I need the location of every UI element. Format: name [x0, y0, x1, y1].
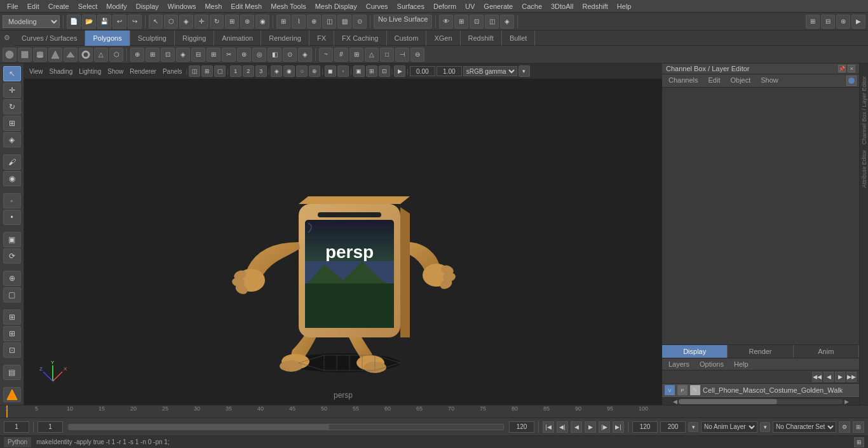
rotate-manip-left[interactable]: ⟳ [3, 248, 21, 264]
render-settings-btn[interactable]: ⊞ [806, 15, 820, 29]
sphere-btn[interactable] [3, 48, 17, 62]
bevel-btn[interactable]: ◈ [298, 48, 312, 62]
save-file-button[interactable]: 💾 [97, 15, 111, 29]
menu-select[interactable]: Select [74, 1, 102, 11]
viewport-grid-btn[interactable]: ⊞ [366, 65, 377, 77]
harden-edge-btn[interactable]: # [334, 48, 348, 62]
attr-editor-vertical-tab[interactable]: Attribute Editor [861, 150, 867, 188]
scrollbar-track[interactable] [679, 399, 843, 404]
layer-pencil-btn[interactable]: ✎ [690, 385, 700, 395]
scale-tool-btn[interactable]: ⊞ [225, 15, 239, 29]
select-tool-btn[interactable]: ↖ [149, 15, 163, 29]
no-anim-layer-selector[interactable]: No Anim Layer [701, 421, 757, 433]
menu-redshift[interactable]: Redshift [578, 1, 612, 11]
tab-redshift[interactable]: Redshift [461, 31, 502, 46]
menu-edit[interactable]: Edit [23, 1, 44, 11]
anim-settings-btn2[interactable]: ⊞ [853, 421, 864, 433]
snap-to-curve-btn[interactable]: ⌇ [292, 15, 306, 29]
layer-arrow-right[interactable]: ▶ [835, 372, 845, 382]
tab-gear-icon[interactable]: ⚙ [0, 31, 14, 46]
go-to-end-btn[interactable]: ▶| [613, 421, 624, 433]
workspace-selector[interactable]: Modeling [3, 15, 60, 28]
camera-btn5[interactable]: ◈ [500, 15, 514, 29]
scrollbar-thumb[interactable] [679, 399, 777, 404]
insert-loop-btn[interactable]: ⊟ [191, 48, 205, 62]
viewport-view-menu[interactable]: View [27, 68, 46, 75]
wedge-btn[interactable]: ◧ [268, 48, 281, 62]
menu-help[interactable]: Help [613, 1, 636, 11]
timeline-ruler[interactable]: 1 5 10 15 20 25 30 35 40 45 50 55 60 65 … [0, 405, 868, 417]
title-close-btn[interactable]: ✕ [848, 65, 855, 72]
playblast-btn[interactable]: ▶ [394, 65, 405, 77]
viewport-display-btn2[interactable]: 2 [243, 65, 254, 77]
multi-cut-btn[interactable]: ✂ [222, 48, 236, 62]
snap-to-point-btn[interactable]: ⊕ [307, 15, 321, 29]
plane-btn[interactable] [64, 48, 78, 62]
undo-button[interactable]: ↩ [112, 15, 126, 29]
anim-layer-arrow-btn[interactable]: ▾ [688, 422, 698, 432]
viewport-shad-btn2[interactable]: ◦ [337, 65, 349, 77]
viewport-field1[interactable] [410, 66, 435, 76]
viewport-shad-btn1[interactable]: ◼ [325, 65, 336, 77]
menu-display[interactable]: Display [132, 1, 163, 11]
viewport-smooth-btn[interactable]: ◉ [283, 65, 295, 77]
mascot-icon-left[interactable] [3, 387, 21, 402]
layer-arrow-left[interactable]: ◀ [824, 372, 834, 382]
make-live-btn[interactable]: ⊙ [353, 15, 367, 29]
redo-button[interactable]: ↪ [128, 15, 142, 29]
soften-edge-btn[interactable]: ~ [319, 48, 333, 62]
bridge-btn[interactable]: ⊞ [146, 48, 159, 62]
no-char-set-selector[interactable]: No Character Set [773, 421, 836, 433]
torus-btn[interactable] [79, 48, 93, 62]
paint-tool-left[interactable]: 🖌 [3, 154, 21, 170]
viewport-shading-menu[interactable]: Shading [47, 68, 76, 75]
viewport-panels-menu[interactable]: Panels [160, 68, 185, 75]
anim-settings-btn1[interactable]: ⚙ [839, 421, 850, 433]
grid-left[interactable]: ⊞ [3, 309, 21, 325]
camera-tool-left[interactable]: ⊕ [3, 271, 21, 286]
layers-tab-help[interactable]: Help [731, 360, 751, 369]
menu-windows[interactable]: Windows [163, 1, 201, 11]
menu-modify[interactable]: Modify [102, 1, 131, 11]
pyramid-btn[interactable]: ⬡ [109, 48, 123, 62]
menu-file[interactable]: File [3, 1, 23, 11]
menu-mesh[interactable]: Mesh [200, 1, 226, 11]
tab-rendering[interactable]: Rendering [261, 31, 309, 46]
snap-to-view-btn[interactable]: ▧ [337, 15, 351, 29]
dr-tab-display[interactable]: Display [662, 345, 728, 358]
ipr-btn[interactable]: ⊛ [836, 15, 850, 29]
viewport-hud-btn[interactable]: ⊡ [379, 65, 390, 77]
scroll-arrow-right[interactable]: ▶ [843, 398, 850, 405]
step-back-btn[interactable]: ◀| [557, 421, 568, 433]
tab-polygons[interactable]: Polygons [85, 31, 130, 46]
play-forward-btn[interactable]: ▶ [585, 421, 596, 433]
soft-mod-btn[interactable]: ◉ [255, 15, 269, 29]
layers-tab-options[interactable]: Options [697, 360, 726, 369]
tab-bullet[interactable]: Bullet [502, 31, 536, 46]
camera-btn2[interactable]: ⊞ [454, 15, 468, 29]
render-seq-btn[interactable]: ▶ [851, 15, 865, 29]
append-poly-btn[interactable]: ◈ [176, 48, 190, 62]
step-forward-btn[interactable]: |▶ [599, 421, 610, 433]
menu-cache[interactable]: Cache [517, 1, 546, 11]
menu-curves[interactable]: Curves [362, 1, 393, 11]
viewport-isolate-btn[interactable]: ⊕ [309, 65, 320, 77]
viewport-show-menu[interactable]: Show [105, 68, 126, 75]
layer-visibility-btn[interactable]: V [665, 385, 675, 395]
viewport-display-btn1[interactable]: 1 [230, 65, 241, 77]
tab-rigging[interactable]: Rigging [175, 31, 214, 46]
end-frame-field[interactable] [632, 421, 658, 433]
menu-mesh-tools[interactable]: Mesh Tools [266, 1, 310, 11]
move-tool-btn[interactable]: ✛ [194, 15, 208, 29]
extrude-btn[interactable]: ⊕ [130, 48, 144, 62]
resolution-gate-btn[interactable]: ▣ [353, 65, 365, 77]
viewport-cam-btn2[interactable]: ⊞ [201, 65, 213, 77]
soft-select-left[interactable]: ◉ [3, 171, 21, 186]
poke-btn[interactable]: ◎ [252, 48, 266, 62]
cb-tab-object[interactable]: Object [726, 76, 754, 86]
cb-tab-channels[interactable]: Channels [665, 76, 702, 86]
go-to-start-btn[interactable]: |◀ [543, 421, 554, 433]
lasso-select-btn[interactable]: ⬡ [164, 15, 178, 29]
render-btn[interactable]: ⊟ [821, 15, 835, 29]
paint-select-btn[interactable]: ◈ [179, 15, 193, 29]
